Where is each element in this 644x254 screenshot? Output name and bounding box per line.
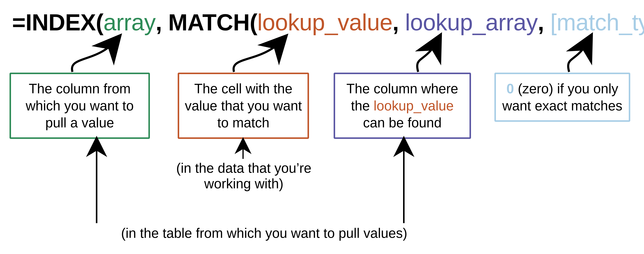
formula-param-lookup-value: lookup_value <box>257 9 392 35</box>
formula-comma-1: , <box>392 9 405 35</box>
callout-match-type-em: 0 <box>506 81 514 96</box>
arrow-match-type <box>568 40 589 72</box>
arrow-lookup-value <box>234 40 282 72</box>
annotation-working-with: (in the data that you’re working with) <box>168 160 319 192</box>
callout-match-type: 0 (zero) if you only want exact matches <box>494 73 630 122</box>
callout-lookup-value-text: The cell with the value that you want to… <box>185 81 302 130</box>
arrow-array <box>72 40 116 72</box>
formula-comma-2: , <box>538 9 550 35</box>
callout-lookup-value: The cell with the value that you want to… <box>178 73 309 139</box>
formula-param-array: array <box>104 9 156 35</box>
callout-lookup-array-post: can be found <box>363 115 442 130</box>
callout-array: The column from which you want to pull a… <box>10 73 150 139</box>
formula-param-match-type: [match_type] <box>550 9 644 35</box>
formula-match-open: , MATCH( <box>156 9 257 35</box>
formula-index-open: =INDEX( <box>12 9 104 35</box>
formula-param-lookup-array: lookup_array <box>405 9 538 35</box>
callout-match-type-post: (zero) if you only want exact matches <box>502 81 622 113</box>
annotation-working-with-text: (in the data that you’re working with) <box>176 161 312 191</box>
formula-expression: =INDEX(array, MATCH(lookup_value, lookup… <box>12 9 644 36</box>
annotation-pull-values: (in the table from which you want to pul… <box>86 225 442 241</box>
callout-array-text: The column from which you want to pull a… <box>26 81 134 130</box>
callout-lookup-array-em: lookup_value <box>374 98 454 113</box>
arrow-lookup-array <box>417 40 438 72</box>
callout-lookup-array: The column where the lookup_value can be… <box>334 73 471 139</box>
annotation-pull-values-text: (in the table from which you want to pul… <box>121 225 407 241</box>
diagram-canvas: =INDEX(array, MATCH(lookup_value, lookup… <box>0 0 644 254</box>
